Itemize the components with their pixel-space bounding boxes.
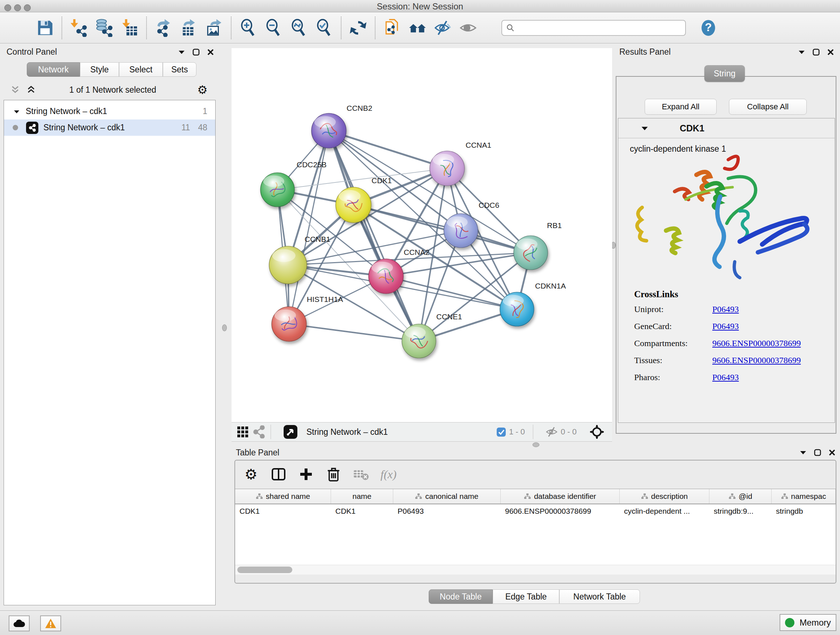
network-node-HIST1H1A[interactable] bbox=[272, 307, 306, 341]
column-header-database-identifier[interactable]: database identifier bbox=[501, 489, 620, 504]
tab-select[interactable]: Select bbox=[119, 62, 163, 77]
panel-menu-icon[interactable] bbox=[799, 450, 807, 455]
zoom-selected-button[interactable] bbox=[314, 18, 334, 38]
protein-section-header[interactable]: CDK1 bbox=[618, 119, 835, 138]
birds-eye-view-icon[interactable] bbox=[283, 424, 298, 439]
table-cell[interactable]: 9606.ENSP00000378699 bbox=[501, 504, 620, 518]
zoom-out-button[interactable] bbox=[264, 18, 284, 38]
close-panel-icon[interactable] bbox=[827, 49, 834, 56]
save-session-button[interactable] bbox=[35, 18, 55, 38]
table-cell[interactable]: CDK1 bbox=[235, 504, 331, 518]
float-panel-icon[interactable] bbox=[193, 49, 200, 56]
network-edge[interactable] bbox=[289, 324, 419, 341]
expand-all-button[interactable]: Expand All bbox=[645, 99, 717, 115]
apply-layout-button[interactable] bbox=[348, 18, 368, 38]
network-node-RB1[interactable] bbox=[514, 236, 548, 270]
show-columns-icon[interactable] bbox=[269, 465, 288, 484]
table-cell[interactable]: P06493 bbox=[393, 504, 501, 518]
network-node-CDKN1A[interactable] bbox=[500, 292, 534, 326]
network-node-CDK1[interactable] bbox=[336, 187, 371, 223]
collapse-section-icon[interactable] bbox=[641, 126, 649, 131]
table-cell[interactable]: stringdb:9... bbox=[709, 504, 772, 518]
memory-button[interactable]: Memory bbox=[780, 614, 836, 631]
scrollbar-thumb[interactable] bbox=[237, 567, 292, 573]
network-edge[interactable] bbox=[329, 131, 419, 341]
help-button[interactable]: ? bbox=[698, 18, 718, 38]
network-node-CCNA1[interactable] bbox=[430, 151, 464, 186]
network-edge[interactable] bbox=[354, 205, 531, 253]
tab-network[interactable]: Network bbox=[27, 62, 80, 77]
crosslink-link[interactable]: 9606.ENSP00000378699 bbox=[712, 339, 801, 348]
warning-status-button[interactable] bbox=[40, 616, 61, 631]
collapse-all-button[interactable]: Collapse All bbox=[729, 99, 807, 115]
panel-menu-icon[interactable] bbox=[178, 50, 185, 55]
tree-expand-icon[interactable] bbox=[13, 106, 20, 116]
hidden-eye-slash-icon[interactable] bbox=[546, 426, 558, 438]
network-tree-row[interactable]: String Network – cdk11 bbox=[4, 103, 215, 119]
float-panel-icon[interactable] bbox=[814, 449, 821, 456]
import-network-file-button[interactable] bbox=[69, 18, 89, 38]
table-options-gear-icon[interactable]: ⚙ bbox=[242, 465, 261, 484]
network-edge[interactable] bbox=[329, 131, 447, 168]
hide-selected-button[interactable] bbox=[433, 18, 453, 38]
zoom-fit-button[interactable] bbox=[289, 18, 309, 38]
table-cell[interactable]: CDK1 bbox=[331, 504, 393, 518]
network-share-icon[interactable] bbox=[253, 425, 265, 439]
table-cell[interactable]: cyclin-dependent ... bbox=[620, 504, 709, 518]
network-options-gear-icon[interactable]: ⚙ bbox=[197, 84, 208, 96]
search-input[interactable] bbox=[515, 23, 672, 33]
splitter-grip-left[interactable] bbox=[222, 325, 227, 331]
fit-target-icon[interactable] bbox=[590, 424, 604, 439]
tab-node-table[interactable]: Node Table bbox=[429, 589, 493, 604]
export-image-button[interactable] bbox=[204, 18, 224, 38]
collapse-all-tree-icon[interactable] bbox=[11, 85, 19, 95]
show-all-button[interactable] bbox=[458, 18, 478, 38]
network-node-CCNB2[interactable] bbox=[311, 113, 346, 148]
tab-style[interactable]: Style bbox=[80, 62, 119, 77]
network-canvas[interactable]: CCNB2CCNA1CDC25BCDK1CDC6RB1CCNB1CCNA2CDK… bbox=[232, 48, 612, 422]
network-node-CCNE1[interactable] bbox=[402, 324, 436, 358]
tab-sets[interactable]: Sets bbox=[163, 62, 196, 77]
import-network-database-button[interactable] bbox=[94, 18, 114, 38]
column-header--id[interactable]: @id bbox=[709, 489, 772, 504]
tab-network-table[interactable]: Network Table bbox=[559, 589, 640, 604]
crosslink-link[interactable]: 9606.ENSP00000378699 bbox=[712, 356, 801, 365]
duplicate-network-button[interactable] bbox=[382, 18, 402, 38]
network-node-CDC25B[interactable] bbox=[261, 173, 294, 207]
column-header-description[interactable]: description bbox=[620, 489, 709, 504]
network-tree-row[interactable]: String Network – cdk11148 bbox=[4, 119, 215, 136]
column-header-name[interactable]: name bbox=[331, 489, 393, 504]
table-row[interactable]: CDK1CDK1P064939606.ENSP00000378699cyclin… bbox=[235, 504, 836, 518]
open-session-button[interactable] bbox=[9, 18, 30, 38]
selected-checkbox-icon[interactable] bbox=[496, 427, 506, 437]
panel-menu-icon[interactable] bbox=[798, 50, 805, 55]
tab-edge-table[interactable]: Edge Table bbox=[493, 589, 559, 604]
import-table-button[interactable] bbox=[119, 18, 140, 38]
close-panel-icon[interactable] bbox=[207, 49, 214, 56]
expand-all-tree-icon[interactable] bbox=[27, 85, 35, 95]
create-column-icon[interactable] bbox=[297, 465, 316, 484]
column-header-namespac[interactable]: namespac bbox=[772, 489, 836, 504]
cloud-status-button[interactable] bbox=[9, 616, 30, 631]
toolbar-separator bbox=[341, 17, 342, 39]
first-neighbors-button[interactable] bbox=[407, 18, 428, 38]
network-node-CCNA2[interactable] bbox=[369, 259, 403, 294]
export-table-button[interactable] bbox=[179, 18, 199, 38]
column-header-shared-name[interactable]: shared name bbox=[235, 489, 331, 504]
network-node-CDC6[interactable] bbox=[444, 214, 478, 248]
column-header-canonical-name[interactable]: canonical name bbox=[393, 489, 501, 504]
crosslink-link[interactable]: P06493 bbox=[712, 304, 739, 314]
results-tab-string[interactable]: String bbox=[704, 65, 745, 82]
float-panel-icon[interactable] bbox=[813, 49, 820, 56]
crosslink-link[interactable]: P06493 bbox=[712, 372, 739, 382]
zoom-in-button[interactable] bbox=[238, 18, 258, 38]
export-network-button[interactable] bbox=[153, 18, 174, 38]
close-panel-icon[interactable] bbox=[829, 449, 836, 456]
table-cell[interactable]: stringdb bbox=[772, 504, 836, 518]
table-horizontal-scrollbar[interactable] bbox=[235, 565, 836, 575]
grid-view-icon[interactable] bbox=[237, 426, 249, 438]
delete-column-icon[interactable] bbox=[324, 465, 343, 484]
crosslink-link[interactable]: P06493 bbox=[712, 321, 739, 331]
network-node-CCNB1[interactable] bbox=[269, 246, 307, 284]
control-panel: Control Panel NetworkStyleSelectSets 1 o… bbox=[3, 47, 216, 607]
